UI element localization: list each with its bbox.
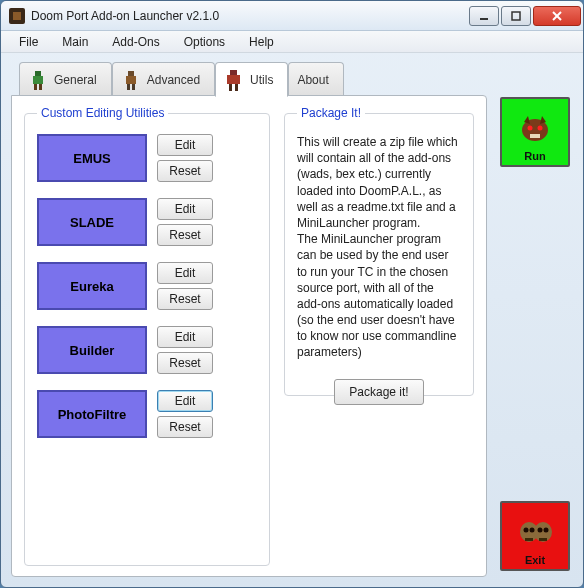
tabs-area: General Advanced Utils About: [11, 61, 487, 577]
group-legend: Package It!: [297, 106, 365, 120]
util-button-emus[interactable]: EMUS: [37, 134, 147, 182]
svg-rect-14: [229, 84, 232, 91]
minimize-button[interactable]: [469, 6, 499, 26]
tabstrip: General Advanced Utils About: [19, 61, 487, 95]
reset-button-eureka[interactable]: Reset: [157, 288, 213, 310]
edit-button-emus[interactable]: Edit: [157, 134, 213, 156]
tab-utils[interactable]: Utils: [215, 62, 288, 97]
menu-main[interactable]: Main: [52, 33, 98, 51]
svg-rect-28: [525, 538, 533, 541]
svg-rect-8: [128, 71, 134, 76]
tab-advanced[interactable]: Advanced: [112, 62, 215, 96]
side-buttons: Run Exit: [497, 61, 573, 577]
tab-label: Advanced: [147, 73, 200, 87]
client-area: General Advanced Utils About: [1, 53, 583, 587]
svg-point-26: [538, 528, 543, 533]
exit-button-label: Exit: [525, 554, 545, 566]
svg-rect-6: [34, 84, 37, 90]
utils-list: EMUS Edit Reset SLADE Edit Reset: [37, 134, 257, 438]
svg-rect-21: [530, 134, 540, 138]
svg-point-25: [530, 528, 535, 533]
util-button-eureka[interactable]: Eureka: [37, 262, 147, 310]
util-button-builder[interactable]: Builder: [37, 326, 147, 374]
util-row-builder: Builder Edit Reset: [37, 326, 257, 374]
svg-point-27: [544, 528, 549, 533]
menu-file[interactable]: File: [9, 33, 48, 51]
run-button[interactable]: Run: [500, 97, 570, 167]
skulls-icon: [516, 514, 554, 552]
svg-point-19: [528, 126, 533, 131]
tab-label: About: [297, 73, 328, 87]
svg-rect-11: [132, 84, 135, 90]
util-row-photofiltre: PhotoFiltre Edit Reset: [37, 390, 257, 438]
window-controls: [469, 6, 581, 26]
edit-button-eureka[interactable]: Edit: [157, 262, 213, 284]
svg-rect-12: [230, 70, 237, 75]
custom-utilities-group: Custom Editing Utilities EMUS Edit Reset…: [24, 106, 270, 566]
svg-point-20: [538, 126, 543, 131]
menubar: File Main Add-Ons Options Help: [1, 31, 583, 53]
package-it-button[interactable]: Package it!: [334, 379, 423, 405]
app-icon: [9, 8, 25, 24]
svg-rect-4: [35, 71, 41, 76]
soldier-red-icon: [224, 69, 244, 91]
svg-rect-29: [539, 538, 547, 541]
package-description-1: This will create a zip file which will c…: [297, 134, 461, 231]
soldier-brown-icon: [121, 69, 141, 91]
package-description-2: The MiniLauncher program can be used by …: [297, 231, 461, 361]
maximize-button[interactable]: [501, 6, 531, 26]
menu-options[interactable]: Options: [174, 33, 235, 51]
titlebar[interactable]: Doom Port Add-on Launcher v2.1.0: [1, 1, 583, 31]
util-row-eureka: Eureka Edit Reset: [37, 262, 257, 310]
menu-addons[interactable]: Add-Ons: [102, 33, 169, 51]
svg-rect-5: [33, 76, 43, 84]
svg-rect-7: [39, 84, 42, 90]
reset-button-emus[interactable]: Reset: [157, 160, 213, 182]
edit-button-photofiltre[interactable]: Edit: [157, 390, 213, 412]
util-button-slade[interactable]: SLADE: [37, 198, 147, 246]
app-window: Doom Port Add-on Launcher v2.1.0 File Ma…: [0, 0, 584, 588]
util-row-slade: SLADE Edit Reset: [37, 198, 257, 246]
group-legend: Custom Editing Utilities: [37, 106, 168, 120]
package-group: Package It! This will create a zip file …: [284, 106, 474, 396]
run-button-label: Run: [524, 150, 545, 162]
reset-button-builder[interactable]: Reset: [157, 352, 213, 374]
reset-button-photofiltre[interactable]: Reset: [157, 416, 213, 438]
soldier-green-icon: [28, 69, 48, 91]
tab-label: General: [54, 73, 97, 87]
svg-rect-10: [127, 84, 130, 90]
svg-rect-15: [235, 84, 238, 91]
svg-rect-1: [512, 12, 520, 20]
tabpanel-utils: Custom Editing Utilities EMUS Edit Reset…: [11, 95, 487, 577]
svg-marker-18: [540, 116, 546, 124]
menu-help[interactable]: Help: [239, 33, 284, 51]
close-button[interactable]: [533, 6, 581, 26]
edit-button-builder[interactable]: Edit: [157, 326, 213, 348]
svg-rect-9: [126, 76, 136, 84]
util-row-emus: EMUS Edit Reset: [37, 134, 257, 182]
svg-rect-13: [227, 75, 240, 84]
edit-button-slade[interactable]: Edit: [157, 198, 213, 220]
exit-button[interactable]: Exit: [500, 501, 570, 571]
svg-marker-17: [524, 116, 530, 124]
tab-general[interactable]: General: [19, 62, 112, 96]
reset-button-slade[interactable]: Reset: [157, 224, 213, 246]
tab-label: Utils: [250, 73, 273, 87]
util-button-photofiltre[interactable]: PhotoFiltre: [37, 390, 147, 438]
svg-point-24: [524, 528, 529, 533]
tab-about[interactable]: About: [288, 62, 343, 96]
window-title: Doom Port Add-on Launcher v2.1.0: [31, 9, 469, 23]
demon-run-icon: [516, 110, 554, 148]
